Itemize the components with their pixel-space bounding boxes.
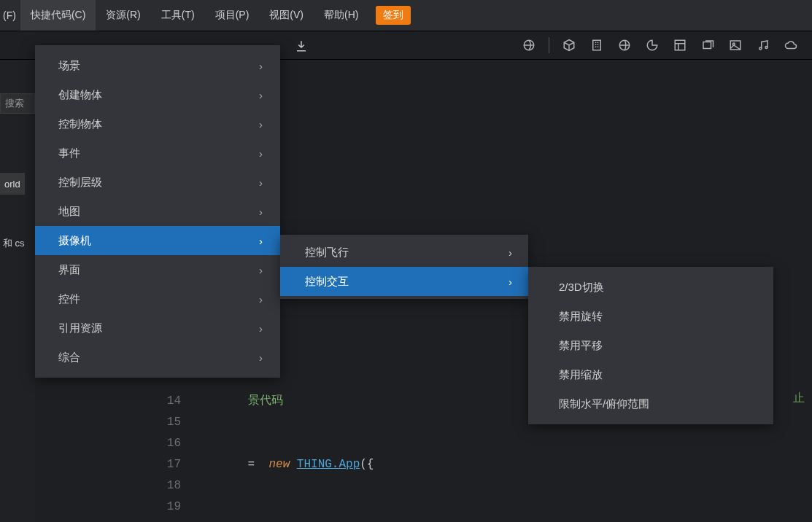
menu-view[interactable]: 视图(V): [259, 0, 314, 31]
search-input[interactable]: 搜索: [0, 93, 35, 114]
menu-quickcode[interactable]: 快捷代码(C): [20, 0, 96, 31]
chevron-right-icon: ›: [259, 147, 263, 160]
menu3-limit-range[interactable]: 限制水平/俯仰范围: [528, 389, 773, 418]
toolbar-separator: [549, 37, 549, 53]
menu1-misc[interactable]: 综合›: [35, 343, 280, 372]
menu2-control-flight[interactable]: 控制飞行›: [280, 238, 528, 267]
menu3-disable-pan[interactable]: 禁用平移: [528, 331, 773, 360]
menu2-control-interaction[interactable]: 控制交互›: [280, 267, 528, 296]
layout-icon[interactable]: [670, 36, 689, 55]
chevron-right-icon: ›: [259, 118, 263, 130]
menu3-disable-zoom[interactable]: 禁用缩放: [528, 360, 773, 389]
chevron-right-icon: ›: [259, 89, 263, 101]
signin-button[interactable]: 签到: [376, 6, 411, 25]
menu1-events[interactable]: 事件›: [35, 139, 280, 168]
globe-icon[interactable]: [615, 36, 634, 55]
menu-tools[interactable]: 工具(T): [151, 0, 205, 31]
download-icon[interactable]: [292, 36, 311, 55]
menu1-create-object[interactable]: 创建物体›: [35, 80, 280, 109]
cube-icon[interactable]: [560, 36, 579, 55]
chevron-right-icon: ›: [259, 293, 263, 305]
menu-file-fragment[interactable]: (F): [3, 0, 20, 31]
svg-point-7: [759, 47, 762, 50]
chevron-right-icon: ›: [259, 351, 263, 364]
quickcode-menu: 场景› 创建物体› 控制物体› 事件› 控制层级› 地图› 摄像机› 界面› 控…: [35, 45, 280, 378]
music-icon[interactable]: [754, 36, 773, 55]
chevron-right-icon: ›: [259, 176, 263, 189]
menu1-control-object[interactable]: 控制物体›: [35, 109, 280, 139]
menu-project[interactable]: 项目(P): [205, 0, 260, 31]
file-tab-fragment[interactable]: orld: [0, 173, 25, 195]
chevron-right-icon: ›: [259, 322, 263, 335]
chevron-right-icon: ›: [509, 276, 512, 288]
chevron-right-icon: ›: [259, 264, 263, 276]
menu1-widgets[interactable]: 控件›: [35, 284, 280, 313]
image-stack-icon[interactable]: [698, 36, 717, 55]
earth-icon[interactable]: [519, 36, 538, 55]
menu1-scene[interactable]: 场景›: [35, 51, 280, 80]
cloud-icon[interactable]: [781, 36, 800, 55]
menu1-refs[interactable]: 引用资源›: [35, 313, 280, 343]
chevron-right-icon: ›: [259, 235, 263, 247]
menu1-camera[interactable]: 摄像机›: [35, 226, 280, 255]
menu1-control-level[interactable]: 控制层级›: [35, 168, 280, 197]
chevron-right-icon: ›: [509, 246, 512, 259]
top-menu-bar: (F) 快捷代码(C) 资源(R) 工具(T) 项目(P) 视图(V) 帮助(H…: [0, 0, 812, 31]
interaction-submenu: 2/3D切换 禁用旋转 禁用平移 禁用缩放 限制水平/俯仰范围: [528, 267, 773, 424]
menu3-2d3d-toggle[interactable]: 2/3D切换: [528, 273, 773, 302]
menu-resources[interactable]: 资源(R): [96, 0, 150, 31]
camera-submenu: 控制飞行› 控制交互›: [280, 235, 528, 299]
svg-rect-1: [593, 40, 601, 50]
picture-icon[interactable]: [726, 36, 745, 55]
menu3-disable-rotate[interactable]: 禁用旋转: [528, 302, 773, 331]
svg-point-8: [765, 47, 767, 49]
left-side-panel: [0, 60, 35, 522]
building-icon[interactable]: [587, 36, 606, 55]
svg-rect-4: [703, 42, 711, 49]
menu1-ui[interactable]: 界面›: [35, 255, 280, 284]
menu-help[interactable]: 帮助(H): [314, 0, 368, 31]
pie-icon[interactable]: [643, 36, 662, 55]
code-fragment-right: 止: [793, 391, 805, 406]
chevron-right-icon: ›: [259, 60, 263, 72]
svg-rect-3: [675, 40, 685, 50]
menu1-map[interactable]: 地图›: [35, 197, 280, 226]
chevron-right-icon: ›: [259, 206, 263, 218]
side-text-fragment: 和 cs: [0, 237, 28, 250]
